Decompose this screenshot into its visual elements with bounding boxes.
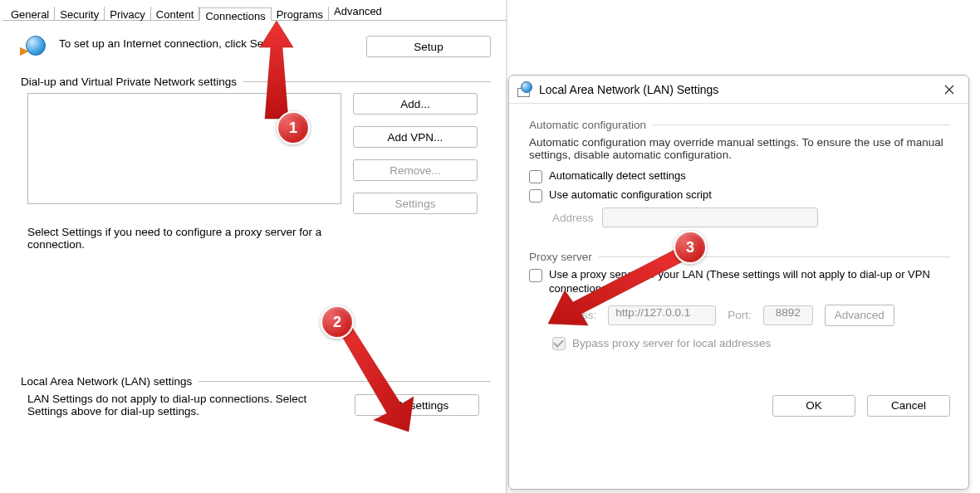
tab-programs[interactable]: Programs [272, 7, 329, 20]
auto-detect-checkbox[interactable] [529, 170, 542, 183]
cancel-button[interactable]: Cancel [867, 395, 950, 417]
ok-button[interactable]: OK [772, 395, 855, 417]
bypass-label: Bypass proxy server for local addresses [572, 337, 771, 349]
advanced-button[interactable]: Advanced [825, 305, 894, 326]
proxy-hint: Select Settings if you need to configure… [27, 226, 335, 251]
proxy-address-label: Address: [552, 309, 596, 321]
internet-options-panel: GeneralSecurityPrivacyContentConnections… [2, 0, 507, 493]
tab-content[interactable]: Content [151, 7, 200, 20]
tabs-strip: GeneralSecurityPrivacyContentConnections… [2, 0, 506, 20]
annotation-badge-1: 1 [277, 111, 310, 144]
globe-icon [21, 36, 47, 62]
script-address-input [602, 207, 818, 227]
tab-general[interactable]: General [6, 7, 55, 20]
dialup-listbox[interactable] [27, 93, 341, 204]
proxy-address-input: http://127.0.0.1 [608, 305, 716, 325]
proxy-caption: Proxy server [529, 251, 950, 263]
close-button[interactable] [938, 79, 960, 100]
dialup-caption: Dial-up and Virtual Private Network sett… [21, 76, 491, 88]
dialog-title: Local Area Network (LAN) Settings [539, 83, 938, 96]
bypass-checkbox [552, 337, 566, 350]
lan-caption: Local Area Network (LAN) settings [21, 375, 491, 388]
annotation-badge-2: 2 [321, 305, 354, 339]
settings-button[interactable]: Settings [353, 193, 478, 214]
connections-tab-body: To set up an Internet connection, click … [2, 20, 506, 493]
lan-settings-dialog: Local Area Network (LAN) Settings Automa… [508, 75, 969, 490]
use-script-checkbox[interactable] [529, 189, 542, 203]
use-proxy-label: Use a proxy server for your LAN (These s… [549, 268, 950, 296]
add-vpn-button[interactable]: Add VPN... [353, 126, 478, 148]
tab-privacy[interactable]: Privacy [105, 7, 151, 20]
setup-button[interactable]: Setup [366, 36, 491, 57]
dialog-icon [517, 81, 534, 98]
lan-settings-button[interactable]: LAN settings [355, 394, 479, 416]
proxy-port-input: 8892 [763, 305, 813, 325]
auto-config-text: Automatic configuration may override man… [529, 136, 950, 161]
script-address-label: Address [552, 212, 594, 224]
tab-connections[interactable]: Connections [199, 7, 271, 21]
remove-button[interactable]: Remove... [353, 159, 478, 181]
auto-detect-label: Automatically detect settings [549, 169, 686, 182]
tab-advanced[interactable]: Advanced [329, 3, 387, 20]
intro-text: To set up an Internet connection, click … [59, 37, 346, 50]
auto-config-caption: Automatic configuration [529, 119, 950, 131]
use-proxy-checkbox[interactable] [529, 269, 542, 282]
annotation-badge-3: 3 [674, 231, 707, 264]
lan-hint: LAN Settings do not apply to dial-up con… [27, 393, 343, 417]
tab-security[interactable]: Security [55, 7, 105, 20]
use-script-label: Use automatic configuration script [549, 188, 712, 201]
proxy-port-label: Port: [728, 309, 752, 321]
add-button[interactable]: Add... [353, 93, 478, 115]
